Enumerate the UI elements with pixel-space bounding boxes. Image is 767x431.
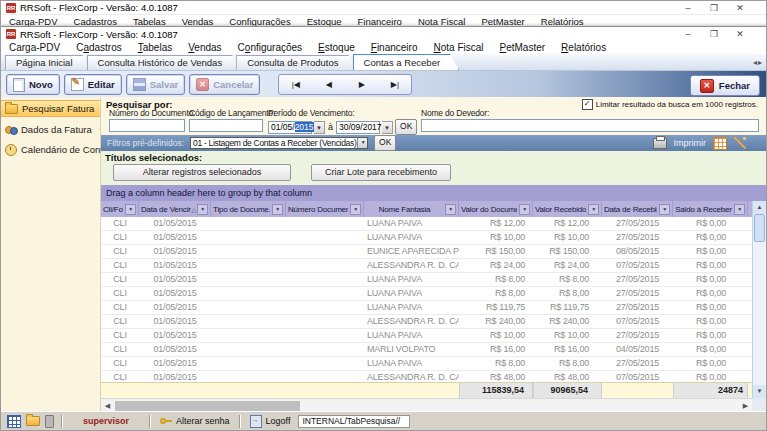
criar-lote-button[interactable]: Criar Lote para recebimento bbox=[311, 164, 451, 181]
group-by-bar[interactable]: Drag a column header here to group by th… bbox=[101, 185, 766, 201]
menu-item[interactable]: Carga-PDV bbox=[9, 42, 60, 53]
editar-button[interactable]: Editar bbox=[64, 74, 122, 95]
column-header-saldo-receber[interactable]: Saldo à Receber bbox=[673, 201, 748, 217]
scroll-up-icon[interactable]: ▲ bbox=[753, 201, 766, 214]
date-from-dropdown-icon[interactable] bbox=[314, 121, 325, 134]
scroll-down-icon[interactable]: ▼ bbox=[753, 385, 766, 398]
column-header-data-recebimento[interactable]: Data de Recebim... bbox=[602, 201, 673, 217]
menu-item[interactable]: Relatórios bbox=[541, 16, 584, 27]
sidebar-item-pesquisar-fatura[interactable]: Pesquisar Fatura bbox=[1, 100, 100, 117]
horizontal-scrollbar[interactable]: ◀ ▶ bbox=[101, 398, 752, 412]
novo-button[interactable]: Novo bbox=[6, 74, 60, 95]
logoff-button[interactable]: Logoff bbox=[242, 415, 299, 428]
next-record-icon[interactable] bbox=[345, 75, 378, 94]
table-row[interactable]: CLI 01/05/2015 LUANA PAIVA R$ 10,00 R$ 1… bbox=[101, 329, 752, 343]
menu-item[interactable]: Tabelas bbox=[138, 42, 172, 53]
menu-item[interactable]: PetMaster bbox=[481, 16, 524, 27]
folder-icon[interactable] bbox=[26, 416, 40, 426]
column-header-valor-documento[interactable]: Valor do Docume... bbox=[459, 201, 533, 217]
filter-dropdown-icon[interactable] bbox=[445, 204, 456, 215]
menu-item[interactable]: Configurações bbox=[229, 16, 290, 27]
horizontal-scroll-thumb[interactable] bbox=[115, 401, 300, 411]
period-ok-button[interactable]: OK bbox=[395, 119, 417, 135]
fechar-button[interactable]: Fechar bbox=[690, 75, 760, 96]
filter-dropdown-icon[interactable] bbox=[125, 204, 136, 215]
table-row[interactable]: CLI 01/05/2015 ALESSANDRA R. D. CAST... … bbox=[101, 259, 752, 273]
cancelar-button[interactable]: Cancelar bbox=[189, 74, 260, 95]
menu-item[interactable]: Nota Fiscal bbox=[418, 16, 466, 27]
sidebar-item-dados-da-fatura[interactable]: Dados da Fatura bbox=[1, 122, 100, 137]
menu-item[interactable]: Nota Fiscal bbox=[433, 42, 483, 53]
tab-contas-a-receber[interactable]: Contas a Receber bbox=[353, 54, 460, 70]
table-row[interactable]: CLI 01/05/2015 LUANA PAIVA R$ 10,00 R$ 1… bbox=[101, 231, 752, 245]
menu-item[interactable]: Financeiro bbox=[371, 42, 418, 53]
column-header-nome-fantasia[interactable]: Nome Fantasia bbox=[364, 201, 459, 217]
filter-dropdown-icon[interactable] bbox=[588, 204, 599, 215]
previous-record-icon[interactable] bbox=[312, 75, 345, 94]
table-row[interactable]: CLI 01/05/2015 LUANA PAIVA R$ 8,00 R$ 8,… bbox=[101, 287, 752, 301]
column-header-valor-recebido[interactable]: Valor Recebido bbox=[533, 201, 602, 217]
sidebar-item-calendario-de-contas[interactable]: Calendário de Contas bbox=[1, 142, 100, 157]
close-icon[interactable]: ✕ bbox=[727, 2, 753, 14]
table-row[interactable]: CLI 01/05/2015 MARLI VOLPATO R$ 16,00 R$… bbox=[101, 343, 752, 357]
vertical-scrollbar[interactable]: ▲ ▼ bbox=[752, 201, 766, 398]
date-from-field[interactable]: 01/05/2015 bbox=[268, 121, 312, 134]
menu-item[interactable]: Configurações bbox=[238, 42, 303, 53]
nome-devedor-input[interactable] bbox=[421, 119, 759, 132]
filter-dropdown-icon[interactable] bbox=[734, 204, 745, 215]
filter-dropdown-icon[interactable] bbox=[519, 204, 530, 215]
table-row[interactable]: CLI 01/05/2015 LUANA PAIVA R$ 12,00 R$ 1… bbox=[101, 217, 752, 231]
menu-item[interactable]: Carga-PDV bbox=[9, 16, 58, 27]
menu-item[interactable]: Tabelas bbox=[133, 16, 166, 27]
salvar-button[interactable]: Salvar bbox=[126, 74, 186, 95]
numero-documento-input[interactable] bbox=[109, 119, 185, 132]
maximize-icon[interactable]: ❐ bbox=[701, 28, 727, 40]
table-row[interactable]: CLI 01/05/2015 LUANA PAIVA R$ 8,00 R$ 8,… bbox=[101, 357, 752, 371]
table-row[interactable]: CLI 01/05/2015 LUANA PAIVA R$ 8,00 R$ 8,… bbox=[101, 273, 752, 287]
menu-item[interactable]: PetMaster bbox=[500, 42, 546, 53]
column-header-cli-for[interactable]: Cli/For bbox=[101, 201, 139, 217]
menu-item[interactable]: Estoque bbox=[307, 16, 342, 27]
sessions-grid-icon[interactable] bbox=[7, 415, 21, 428]
maximize-icon[interactable]: ❐ bbox=[701, 2, 727, 14]
menu-item[interactable]: Cadastros bbox=[74, 16, 117, 27]
table-row[interactable]: CLI 01/05/2015 EUNICE APARECIDA PER... R… bbox=[101, 245, 752, 259]
filter-dropdown-icon[interactable] bbox=[197, 204, 208, 215]
column-header-data-vencimento[interactable]: Data de Vencim...△ bbox=[139, 201, 211, 217]
close-icon[interactable]: ✕ bbox=[727, 28, 753, 40]
alterar-senha-button[interactable]: Alterar senha bbox=[152, 416, 238, 426]
filter-dropdown-icon[interactable] bbox=[272, 204, 283, 215]
column-header-tipo-documento[interactable]: Tipo de Docume... bbox=[211, 201, 286, 217]
menu-item[interactable]: Cadastros bbox=[76, 42, 122, 53]
vertical-scroll-thumb[interactable] bbox=[754, 214, 765, 242]
table-row[interactable]: CLI 01/05/2015 ALESSANDRA R. D. CAST... … bbox=[101, 315, 752, 329]
scroll-left-icon[interactable]: ◀ bbox=[101, 402, 114, 410]
scroll-right-icon[interactable]: ▶ bbox=[739, 402, 752, 410]
first-record-icon[interactable] bbox=[279, 75, 312, 94]
printer-icon[interactable] bbox=[653, 138, 667, 149]
column-header-numero-documento[interactable]: Número Documento bbox=[286, 201, 364, 217]
filter-dropdown-icon[interactable] bbox=[350, 204, 361, 215]
filter-dropdown-icon[interactable] bbox=[357, 137, 368, 149]
filter-dropdown-icon[interactable] bbox=[659, 204, 670, 215]
device-icon[interactable] bbox=[45, 415, 54, 428]
tab-scroll-arrows-icon[interactable]: ◂▸ bbox=[753, 58, 763, 67]
filter-select[interactable]: 01 - Listagem de Contas a Receber (Venci… bbox=[190, 137, 368, 149]
minimize-icon[interactable]: – bbox=[675, 2, 701, 14]
menu-item[interactable]: Relatórios bbox=[561, 42, 606, 53]
last-record-icon[interactable] bbox=[378, 75, 411, 94]
grid-export-icon[interactable] bbox=[713, 137, 727, 150]
codigo-lancamento-input[interactable] bbox=[189, 119, 263, 132]
imprimir-button[interactable]: Imprimir bbox=[674, 138, 707, 148]
tab-consulta-historico-vendas[interactable]: Consulta Histórico de Vendas bbox=[87, 55, 242, 70]
date-to-dropdown-icon[interactable] bbox=[382, 121, 393, 134]
filter-ok-button[interactable]: OK bbox=[374, 135, 396, 151]
minimize-icon[interactable]: – bbox=[675, 28, 701, 40]
date-to-field[interactable]: 30/09/2017 bbox=[336, 121, 380, 134]
menu-item[interactable]: Vendas bbox=[182, 16, 214, 27]
tab-pagina-inicial[interactable]: Página Inicial bbox=[5, 55, 92, 70]
wand-icon[interactable] bbox=[734, 137, 746, 149]
menu-item[interactable]: Financeiro bbox=[358, 16, 402, 27]
menu-item[interactable]: Vendas bbox=[188, 42, 221, 53]
table-row[interactable]: CLI 01/05/2015 LUANA PAIVA R$ 119,75 R$ … bbox=[101, 301, 752, 315]
